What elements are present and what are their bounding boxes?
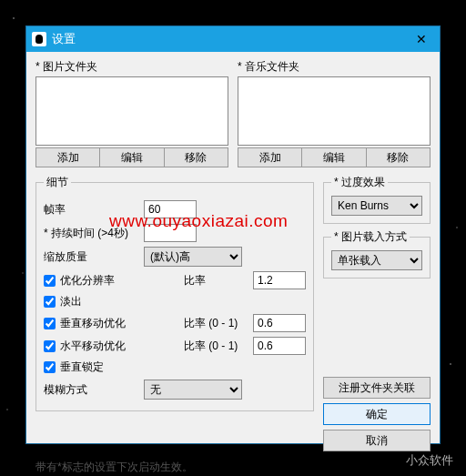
fadeout-label: 淡出: [60, 294, 306, 309]
detail-fieldset: 细节 帧率 * 持续时间 (>4秒) 缩放质量 (默认)高: [35, 175, 314, 411]
optimize-res-checkbox[interactable]: [44, 275, 56, 287]
settings-window: 设置 ✕ * 图片文件夹 添加 编辑 移除 * 音乐文件夹 添加 编辑 移除: [25, 25, 441, 444]
duration-input[interactable]: [144, 224, 197, 242]
music-folder-list[interactable]: [238, 76, 431, 146]
vratio-input[interactable]: [253, 314, 306, 332]
transition-fieldset: * 过度效果 Ken Burns: [323, 175, 431, 224]
blur-label: 模糊方式: [44, 382, 144, 398]
image-folder-group: * 图片文件夹 添加 编辑 移除: [35, 59, 228, 167]
music-add-button[interactable]: 添加: [238, 147, 302, 167]
hratio-input[interactable]: [253, 337, 306, 355]
fadeout-checkbox[interactable]: [44, 296, 56, 308]
cancel-button[interactable]: 取消: [323, 430, 431, 451]
transition-select[interactable]: Ken Burns: [331, 196, 422, 216]
optimize-res-label: 优化分辨率: [60, 273, 184, 289]
vratio-label: 比率 (0 - 1): [184, 316, 253, 331]
transition-legend: * 过度效果: [331, 175, 388, 190]
hmove-checkbox[interactable]: [44, 340, 56, 352]
image-folder-list[interactable]: [35, 76, 228, 146]
register-button[interactable]: 注册文件夹关联: [323, 377, 431, 399]
quality-label: 缩放质量: [44, 249, 144, 265]
hratio-label: 比率 (0 - 1): [184, 339, 253, 354]
blur-select[interactable]: 无: [144, 380, 242, 400]
duration-label: * 持续时间 (>4秒): [44, 226, 144, 241]
vlock-checkbox[interactable]: [44, 361, 56, 373]
ok-button[interactable]: 确定: [323, 403, 431, 425]
window-title: 设置: [52, 31, 403, 47]
vmove-label: 垂直移动优化: [60, 316, 184, 331]
music-remove-button[interactable]: 移除: [367, 147, 431, 167]
fps-label: 帧率: [44, 202, 144, 218]
loading-fieldset: * 图片载入方式 单张载入: [323, 229, 431, 279]
footnote: 带有*标志的设置下次启动生效。: [35, 460, 431, 475]
image-add-button[interactable]: 添加: [35, 147, 100, 167]
vlock-label: 垂直锁定: [60, 360, 306, 375]
music-folder-label: * 音乐文件夹: [238, 59, 431, 75]
image-folder-label: * 图片文件夹: [35, 59, 228, 75]
loading-legend: * 图片载入方式: [331, 229, 410, 245]
close-button[interactable]: ✕: [403, 26, 440, 52]
fps-input[interactable]: [144, 200, 197, 218]
music-folder-group: * 音乐文件夹 添加 编辑 移除: [238, 59, 431, 167]
app-icon: [32, 32, 46, 46]
music-edit-button[interactable]: 编辑: [302, 147, 366, 167]
hmove-label: 水平移动优化: [60, 339, 184, 354]
vmove-checkbox[interactable]: [44, 318, 56, 329]
ratio-input[interactable]: [253, 271, 306, 289]
quality-select[interactable]: (默认)高: [144, 247, 242, 267]
ratio-label: 比率: [184, 273, 253, 289]
titlebar[interactable]: 设置 ✕: [26, 26, 440, 52]
image-remove-button[interactable]: 移除: [165, 147, 228, 167]
loading-select[interactable]: 单张载入: [331, 250, 422, 270]
image-edit-button[interactable]: 编辑: [100, 147, 164, 167]
window-content: * 图片文件夹 添加 编辑 移除 * 音乐文件夹 添加 编辑 移除: [26, 52, 440, 476]
detail-legend: 细节: [44, 175, 71, 190]
